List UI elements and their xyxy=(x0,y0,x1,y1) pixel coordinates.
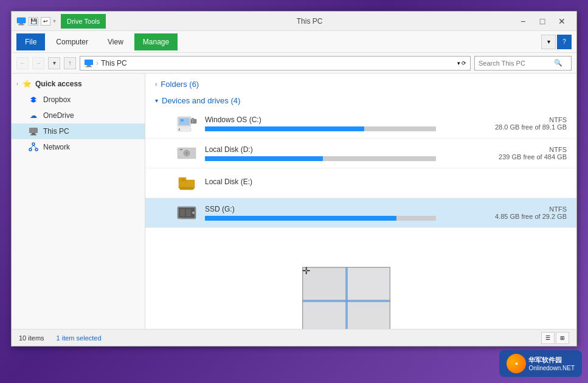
devices-label: Devices and drives (4) xyxy=(162,96,240,105)
window-title: This PC xyxy=(106,17,513,26)
grid-cell-tr xyxy=(347,267,390,301)
item-count: 10 items xyxy=(19,334,44,342)
address-actions: ▾ ⟳ xyxy=(457,60,466,66)
ribbon-end: ▾ ? xyxy=(541,35,572,49)
status-bar: 10 items 1 item selected ☰ ⊞ xyxy=(12,329,576,346)
drive-g-bar xyxy=(205,216,436,221)
sidebar-label-network: Network xyxy=(43,143,70,151)
ribbon-collapse-btn[interactable]: ▾ xyxy=(541,35,556,49)
maximize-button[interactable]: □ xyxy=(533,14,552,29)
drive-g[interactable]: SSD (G:) NTFS 4.85 GB free of 29.2 GB xyxy=(145,198,576,228)
sidebar-label-onedrive: OneDrive xyxy=(43,111,74,120)
drive-g-name: SSD (G:) xyxy=(205,205,488,213)
forward-button[interactable]: → xyxy=(32,57,44,69)
drive-d[interactable]: Local Disk (D:) NTFS 239 GB free of 484 … xyxy=(145,139,576,168)
refresh-btn[interactable]: ⟳ xyxy=(462,60,466,66)
minimize-button[interactable]: − xyxy=(513,14,533,29)
title-bar: 💾 ↩ ▾ Drive Tools This PC − □ ✕ xyxy=(12,12,576,31)
svg-rect-22 xyxy=(192,120,193,123)
folders-chevron: › xyxy=(155,81,157,88)
network-icon xyxy=(29,142,38,152)
help-btn[interactable]: ? xyxy=(557,35,572,49)
drive-g-meta: NTFS 4.85 GB free of 29.2 GB xyxy=(495,205,567,220)
drive-e-icon xyxy=(176,172,198,194)
sidebar-label-quick-access: Quick access xyxy=(35,80,82,88)
grid-cell-bl xyxy=(303,301,347,329)
tiles-view-btn[interactable]: ⊞ xyxy=(556,332,569,344)
drive-g-info: SSD (G:) xyxy=(205,205,488,221)
drive-d-free: 239 GB free of 484 GB xyxy=(499,153,567,160)
svg-rect-27 xyxy=(180,149,182,150)
sidebar-item-quick-access[interactable]: › ⭐ Quick access xyxy=(12,76,145,92)
svg-rect-8 xyxy=(29,128,38,133)
watermark: ● 华军软件园 Onlinedown.NET xyxy=(499,350,582,377)
path-label: This PC xyxy=(101,59,127,67)
search-box[interactable]: 🔍 xyxy=(474,56,572,71)
drive-d-fs: NTFS xyxy=(499,146,567,153)
file-button[interactable]: File xyxy=(16,33,45,50)
svg-rect-20 xyxy=(191,119,196,123)
svg-point-36 xyxy=(192,212,195,214)
drive-c-meta: NTFS 28.0 GB free of 89.1 GB xyxy=(495,116,567,131)
svg-rect-9 xyxy=(32,133,35,134)
svg-rect-31 xyxy=(181,179,185,181)
details-view-btn[interactable]: ☰ xyxy=(541,332,555,344)
drive-e[interactable]: Local Disk (E:) xyxy=(145,168,576,198)
sidebar-item-network[interactable]: Network xyxy=(12,139,145,155)
svg-rect-17 xyxy=(179,118,190,125)
search-input[interactable] xyxy=(479,60,552,67)
watermark-line1: 华军软件园 xyxy=(528,356,575,365)
star-icon: ⭐ xyxy=(22,79,32,89)
drive-d-meta: NTFS 239 GB free of 484 GB xyxy=(499,146,567,160)
onedrive-icon: ☁ xyxy=(29,111,38,120)
close-button[interactable]: ✕ xyxy=(552,14,572,29)
computer-small-icon xyxy=(84,59,94,67)
back-button[interactable]: ← xyxy=(16,57,29,69)
drive-c[interactable]: Windows OS (C:) NTFS 28.0 GB free of 89.… xyxy=(145,109,576,139)
drive-d-fill xyxy=(205,156,323,161)
svg-point-26 xyxy=(186,153,188,154)
manage-tab[interactable]: Manage xyxy=(134,33,178,50)
sidebar-item-dropbox[interactable]: Dropbox xyxy=(12,92,145,108)
svg-rect-34 xyxy=(180,209,185,216)
folders-section-header[interactable]: › Folders (6) xyxy=(145,76,576,92)
devices-section-header[interactable]: ▾ Devices and drives (4) xyxy=(145,92,576,109)
recent-locations-button[interactable]: ▾ xyxy=(48,57,60,69)
computer-tab[interactable]: Computer xyxy=(47,33,97,50)
svg-point-11 xyxy=(32,143,35,145)
drive-d-name: Local Disk (D:) xyxy=(205,145,491,154)
search-icon: 🔍 xyxy=(554,59,562,67)
drive-d-icon xyxy=(176,142,198,164)
svg-rect-23 xyxy=(181,119,184,122)
sidebar-item-onedrive[interactable]: ☁ OneDrive xyxy=(12,108,145,123)
drive-c-bar xyxy=(205,126,436,131)
undo-icon[interactable]: ↩ xyxy=(41,17,50,26)
drive-d-info: Local Disk (D:) xyxy=(205,145,491,161)
drive-g-fs: NTFS xyxy=(495,205,567,213)
up-button[interactable]: ↑ xyxy=(64,57,76,69)
view-tab[interactable]: View xyxy=(99,33,132,50)
address-path[interactable]: › This PC ▾ ⟳ xyxy=(80,56,471,71)
sidebar-item-this-pc[interactable]: This PC xyxy=(12,123,145,139)
file-explorer-window: 💾 ↩ ▾ Drive Tools This PC − □ ✕ File Com… xyxy=(11,11,577,347)
folders-label: Folders (6) xyxy=(161,80,199,89)
dropdown-btn[interactable]: ▾ xyxy=(457,60,460,66)
sidebar: › ⭐ Quick access Dropbox ☁ OneDrive xyxy=(12,74,145,329)
sidebar-label-this-pc: This PC xyxy=(43,127,69,136)
svg-rect-30 xyxy=(180,187,193,190)
tooltip-preview xyxy=(303,267,390,329)
svg-line-14 xyxy=(30,145,33,148)
svg-marker-7 xyxy=(30,99,36,103)
content-area: › Folders (6) ▾ Devices and drives (4) xyxy=(145,74,576,329)
grid-cell-br xyxy=(347,301,390,329)
ribbon: File Computer View Manage ▾ ? xyxy=(12,31,576,53)
drive-e-name: Local Disk (E:) xyxy=(205,178,559,186)
main-area: › ⭐ Quick access Dropbox ☁ OneDrive xyxy=(12,74,576,329)
svg-rect-1 xyxy=(19,23,23,24)
drive-tools-tab[interactable]: Drive Tools xyxy=(61,14,106,29)
svg-rect-10 xyxy=(30,134,36,136)
save-icon[interactable]: 💾 xyxy=(29,17,38,26)
crosshair-v xyxy=(345,267,348,329)
svg-line-15 xyxy=(33,145,36,148)
drive-c-fill xyxy=(205,126,364,131)
